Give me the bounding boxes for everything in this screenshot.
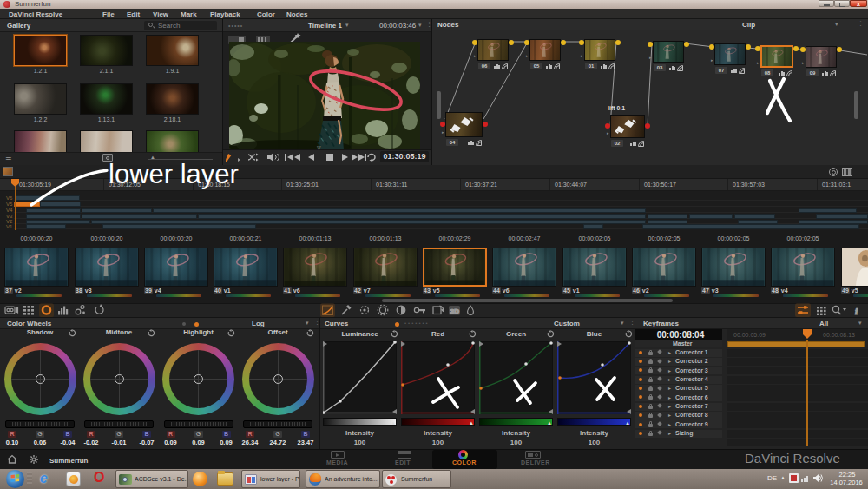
svg-text:i: i <box>855 306 858 316</box>
svg-text:3D: 3D <box>450 307 459 315</box>
